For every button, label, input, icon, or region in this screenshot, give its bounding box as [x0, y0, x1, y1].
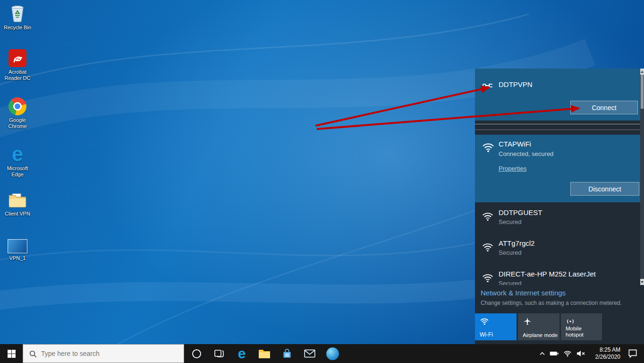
network-item-direct-hp-laserjet[interactable]: DIRECT-ae-HP M252 LaserJet Secured	[475, 267, 640, 285]
airplane-icon	[523, 317, 532, 328]
taskbar-clock[interactable]: 8:25 AM 2/26/2020	[591, 346, 620, 361]
recycle-bin-icon	[8, 3, 26, 23]
disconnect-button-label: Disconnect	[588, 185, 621, 193]
wifi-icon	[482, 141, 495, 156]
search-input[interactable]	[41, 345, 180, 363]
cortana-icon	[192, 349, 201, 358]
wifi-ssid: CTAPWiFi	[499, 140, 531, 148]
desktop-icon-label: Recycle Bin	[4, 25, 31, 31]
desktop-icon-label: Acrobat Reader DC	[2, 69, 33, 81]
tray-overflow-button[interactable]	[536, 344, 548, 363]
action-center-button[interactable]	[624, 344, 641, 363]
wifi-tile-label: Wi-Fi	[480, 331, 493, 338]
windows-desktop: Recycle Bin Acrobat Reader DC Google Chr…	[0, 0, 644, 363]
wifi-icon	[482, 241, 494, 255]
vpn-name: DDTPVPN	[499, 80, 533, 88]
wifi-status: Connected, secured	[499, 150, 553, 157]
taskbar: e	[0, 344, 644, 363]
store-icon	[281, 347, 293, 360]
desktop-icon-client-vpn[interactable]: Client VPN	[1, 192, 34, 217]
system-tray: 8:25 AM 2/26/2020	[536, 344, 641, 363]
wifi-ssid: DDTPGUEST	[499, 208, 542, 216]
mail-button[interactable]	[298, 344, 321, 363]
image-thumbnail-icon	[8, 239, 27, 253]
cortana-button[interactable]	[185, 344, 208, 363]
wifi-status: Secured	[499, 249, 521, 256]
search-icon	[29, 350, 37, 358]
vpn-icon	[482, 79, 495, 94]
wifi-status: Secured	[499, 280, 521, 285]
file-explorer-button[interactable]	[253, 344, 276, 363]
wifi-toggle-tile[interactable]: Wi-Fi	[475, 313, 517, 340]
desktop-icon-vpn1[interactable]: VPN_1	[1, 239, 34, 261]
network-status[interactable]	[561, 344, 574, 363]
wifi-icon	[482, 272, 494, 285]
task-view-button[interactable]	[208, 344, 230, 363]
folder-icon	[8, 192, 27, 209]
disconnect-button[interactable]: Disconnect	[570, 182, 639, 196]
desktop-icon-acrobat[interactable]: Acrobat Reader DC	[1, 49, 34, 81]
network-flyout: DDTPVPN Connect CTAPWiFi Connected, secu…	[475, 69, 644, 344]
browser-icon	[326, 347, 339, 360]
battery-status[interactable]	[548, 344, 561, 363]
action-center-icon	[627, 348, 638, 359]
taskbar-search[interactable]	[23, 344, 184, 363]
volume-status[interactable]	[574, 344, 587, 363]
clock-time: 8:25 AM	[591, 346, 620, 354]
connect-button[interactable]: Connect	[570, 101, 638, 114]
clock-date: 2/26/2020	[591, 354, 620, 361]
task-view-icon	[213, 348, 225, 359]
scroll-down-arrow[interactable]	[640, 279, 644, 285]
desktop-icon-label: Client VPN	[5, 211, 30, 217]
network-settings-link[interactable]: Network & Internet settings	[481, 289, 566, 297]
properties-link[interactable]: Properties	[499, 165, 526, 172]
airplane-tile-label: Airplane mode	[523, 332, 558, 338]
volume-muted-icon	[576, 350, 585, 357]
file-explorer-icon	[258, 348, 271, 359]
separator	[475, 124, 640, 124]
start-button[interactable]	[0, 344, 23, 363]
scrollbar-thumb[interactable]	[641, 75, 644, 109]
scroll-up-arrow[interactable]	[640, 69, 644, 75]
desktop-icon-label: Microsoft Edge	[2, 165, 33, 178]
wifi-ssid: DIRECT-ae-HP M252 LaserJet	[499, 270, 596, 278]
desktop-icon-chrome[interactable]: Google Chrome	[1, 97, 34, 130]
wifi-ssid: ATTg7rgcl2	[499, 239, 534, 247]
mobile-hotspot-tile[interactable]: Mobile hotspot	[561, 313, 602, 340]
hotspot-tile-label: Mobile hotspot	[566, 326, 593, 338]
edge-taskbar-button[interactable]: e	[230, 344, 253, 363]
scrollbar[interactable]	[640, 69, 644, 285]
network-item-ctapwifi[interactable]: CTAPWiFi Connected, secured Properties D…	[475, 135, 640, 202]
network-item-attg7rgcl2[interactable]: ATTg7rgcl2 Secured	[475, 236, 640, 265]
separator	[475, 130, 640, 130]
wifi-icon	[482, 210, 494, 225]
wifi-status: Secured	[499, 218, 521, 225]
battery-icon	[550, 351, 559, 356]
desktop-icon-edge[interactable]: e Microsoft Edge	[1, 145, 34, 178]
edge-icon: e	[12, 145, 23, 164]
wifi-tray-icon	[563, 349, 572, 358]
windows-logo-icon	[8, 350, 16, 358]
desktop-icon-label: Google Chrome	[2, 117, 33, 130]
chevron-up-icon	[539, 352, 545, 355]
browser-app-button[interactable]	[321, 344, 344, 363]
chrome-icon	[8, 97, 26, 115]
network-item-ddtpguest[interactable]: DDTPGUEST Secured	[475, 206, 640, 234]
mail-icon	[304, 349, 316, 358]
desktop-icon-label: VPN_1	[9, 255, 26, 261]
wifi-icon	[480, 317, 489, 328]
network-settings-hint: Change settings, such as making a connec…	[481, 300, 622, 306]
network-item-ddtpvpn[interactable]: DDTPVPN Connect	[475, 69, 640, 121]
wifi-network-list: DDTPGUEST Secured ATTg7rgcl2 Secured	[475, 202, 640, 285]
store-button[interactable]	[276, 344, 298, 363]
edge-icon: e	[238, 346, 246, 361]
airplane-mode-tile[interactable]: Airplane mode	[518, 313, 559, 340]
desktop-icon-recycle-bin[interactable]: Recycle Bin	[1, 3, 34, 31]
connect-button-label: Connect	[592, 104, 616, 112]
acrobat-reader-icon	[8, 49, 26, 67]
